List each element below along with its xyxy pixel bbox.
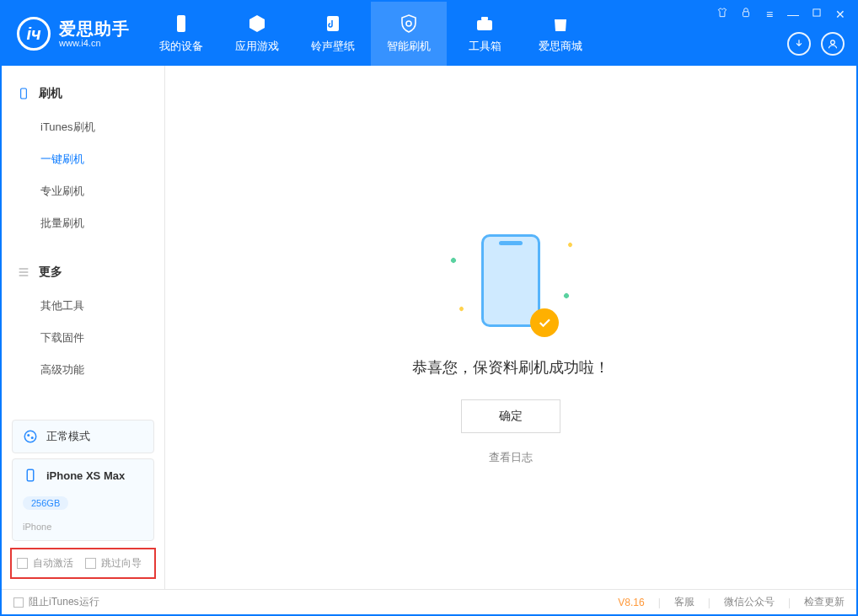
checkmark-badge-icon [530, 308, 559, 337]
toolbox-icon [475, 13, 495, 34]
nav-toolbox[interactable]: 工具箱 [447, 2, 523, 66]
download-button[interactable] [787, 32, 811, 56]
device-storage: 256GB [23, 496, 68, 510]
svg-point-9 [27, 434, 29, 437]
svg-rect-11 [27, 469, 34, 481]
checkbox-icon [13, 597, 24, 608]
confirm-button[interactable]: 确定 [461, 399, 560, 433]
list-icon [17, 265, 30, 279]
logo-icon: iч [17, 17, 51, 51]
nav-ringtones-wallpapers[interactable]: 铃声壁纸 [295, 2, 371, 66]
main-content: 恭喜您，保资料刷机成功啦！ 确定 查看日志 [165, 66, 856, 589]
svg-rect-7 [21, 88, 27, 99]
checkbox-label: 自动激活 [33, 556, 73, 570]
sparkle-icon [458, 306, 464, 312]
svg-point-6 [831, 40, 835, 45]
sidebar-item-other-tools[interactable]: 其他工具 [2, 290, 164, 322]
svg-point-8 [24, 431, 36, 442]
checkbox-icon [85, 558, 96, 569]
view-log-link[interactable]: 查看日志 [489, 450, 533, 465]
nav-label: 我的设备 [159, 39, 203, 54]
music-note-icon [323, 13, 343, 34]
checkbox-label: 跳过向导 [101, 556, 142, 570]
mode-label: 正常模式 [46, 429, 90, 444]
shopping-bag-icon [550, 13, 571, 34]
checkbox-skip-guide[interactable]: 跳过向导 [85, 556, 142, 570]
shirt-icon[interactable] [715, 7, 730, 21]
header-bar: iч 爱思助手 www.i4.cn 我的设备 应用游戏 铃声壁纸 智能刷机 工具… [2, 2, 856, 66]
sparkle-icon [563, 292, 570, 299]
device-name: iPhone XS Max [46, 469, 125, 482]
checkbox-label: 阻止iTunes运行 [29, 595, 99, 609]
sidebar-section-title: 更多 [39, 265, 62, 280]
normal-mode-icon [23, 429, 38, 444]
lock-icon[interactable] [738, 7, 753, 21]
svg-rect-0 [177, 15, 185, 32]
device-icon [17, 87, 30, 100]
sidebar-item-batch-flash[interactable]: 批量刷机 [2, 207, 164, 239]
status-bar: 阻止iTunes运行 V8.16 | 客服 | 微信公众号 | 检查更新 [2, 589, 856, 614]
svg-rect-3 [481, 17, 488, 20]
shield-refresh-icon [399, 13, 419, 34]
nav-label: 工具箱 [469, 39, 501, 54]
menu-icon[interactable]: ≡ [762, 8, 777, 21]
sidebar-section-flash: 刷机 iTunes刷机 一键刷机 专业刷机 批量刷机 [2, 66, 164, 244]
nav-label: 铃声壁纸 [311, 39, 355, 54]
top-nav: 我的设备 应用游戏 铃声壁纸 智能刷机 工具箱 爱思商城 [143, 2, 598, 66]
version-text: V8.16 [618, 597, 644, 608]
nav-label: 爱思商城 [539, 39, 582, 54]
device-card[interactable]: iPhone XS Max 256GB iPhone [12, 458, 154, 541]
sidebar: 刷机 iTunes刷机 一键刷机 专业刷机 批量刷机 更多 其他工具 下载固件 … [2, 66, 165, 589]
sidebar-item-oneclick-flash[interactable]: 一键刷机 [2, 143, 164, 175]
sidebar-item-itunes-flash[interactable]: iTunes刷机 [2, 111, 164, 143]
svg-rect-2 [477, 20, 492, 30]
sidebar-item-pro-flash[interactable]: 专业刷机 [2, 175, 164, 207]
nav-label: 智能刷机 [387, 39, 431, 54]
window-controls: ≡ — ✕ [715, 7, 848, 21]
sidebar-item-advanced[interactable]: 高级功能 [2, 354, 164, 386]
bottom-checkbox-row: 自动激活 跳过向导 [10, 548, 156, 579]
checkbox-icon [17, 558, 28, 569]
checkbox-auto-activate[interactable]: 自动激活 [17, 556, 73, 570]
sidebar-section-title: 刷机 [39, 86, 62, 101]
svg-rect-5 [813, 9, 820, 16]
wechat-link[interactable]: 微信公众号 [724, 595, 775, 609]
user-profile-button[interactable] [821, 32, 845, 56]
success-message: 恭喜您，保资料刷机成功啦！ [412, 357, 609, 378]
phone-icon [171, 13, 191, 34]
app-logo: iч 爱思助手 www.i4.cn [2, 2, 143, 66]
mode-card[interactable]: 正常模式 [12, 420, 154, 453]
svg-point-10 [31, 437, 34, 439]
nav-apps-games[interactable]: 应用游戏 [219, 2, 295, 66]
nav-label: 应用游戏 [235, 39, 279, 54]
success-illustration [464, 234, 557, 335]
sidebar-section-more: 更多 其他工具 下载固件 高级功能 [2, 244, 164, 391]
sidebar-header-more: 更多 [2, 260, 164, 285]
app-name-cn: 爱思助手 [59, 19, 130, 38]
nav-smart-flash[interactable]: 智能刷机 [371, 2, 447, 66]
sparkle-icon [567, 242, 573, 248]
body: 刷机 iTunes刷机 一键刷机 专业刷机 批量刷机 更多 其他工具 下载固件 … [2, 66, 856, 589]
device-subtype: iPhone [23, 522, 51, 532]
checkbox-stop-itunes[interactable]: 阻止iTunes运行 [13, 595, 99, 609]
sidebar-item-download-firmware[interactable]: 下载固件 [2, 322, 164, 354]
sidebar-header-flash: 刷机 [2, 81, 164, 106]
sparkle-icon [450, 257, 457, 264]
phone-outline-icon [481, 234, 540, 327]
nav-my-device[interactable]: 我的设备 [143, 2, 219, 66]
cube-icon [247, 13, 267, 34]
maximize-button[interactable] [809, 7, 824, 21]
minimize-button[interactable]: — [786, 8, 801, 21]
separator: | [788, 597, 791, 608]
app-name-en: www.i4.cn [59, 38, 130, 48]
separator: | [658, 597, 661, 608]
check-update-link[interactable]: 检查更新 [804, 595, 845, 609]
header-right-buttons [787, 32, 845, 56]
device-phone-icon [23, 468, 38, 483]
nav-store[interactable]: 爱思商城 [523, 2, 598, 66]
svg-rect-4 [743, 12, 749, 17]
support-link[interactable]: 客服 [674, 595, 694, 609]
close-button[interactable]: ✕ [833, 8, 848, 21]
separator: | [708, 597, 711, 608]
